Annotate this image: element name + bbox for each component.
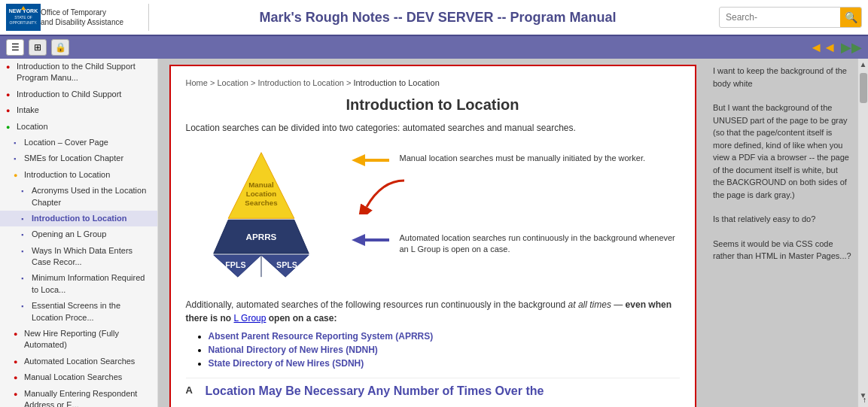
- list-view-button[interactable]: ☰: [6, 39, 24, 56]
- note-1: I want to keep the background of the bod…: [713, 65, 851, 90]
- site-title: Mark's Rough Notes -- DEV SERVER -- Prog…: [157, 10, 719, 26]
- lock-icon: 🔒: [55, 42, 66, 53]
- search-input[interactable]: [720, 12, 840, 23]
- sidebar-item[interactable]: ●Introduction to Location: [0, 167, 157, 183]
- breadcrumb-home[interactable]: Home: [186, 78, 208, 87]
- search-icon: 🔍: [845, 11, 857, 23]
- svg-text:STATE OF: STATE OF: [14, 15, 32, 20]
- sidebar-item[interactable]: ●Introduction to Child Support: [0, 87, 157, 102]
- sidebar-item[interactable]: ●Manually Entering Respondent Address or…: [0, 386, 157, 407]
- svg-text:Searches: Searches: [245, 199, 277, 207]
- right-scrollbar[interactable]: ▲ ▼ ↑: [857, 59, 868, 407]
- sidebar-item-label: Manual Location Searches: [24, 372, 122, 383]
- sidebar-item[interactable]: ▪Location – Cover Page: [0, 135, 157, 150]
- sidebar-item[interactable]: ▪Opening an L Group: [0, 226, 157, 242]
- red-arrow-svg: [352, 177, 412, 214]
- diagram-area: Manual Location Searches APRRS FPLS SPLS: [186, 145, 680, 283]
- sidebar-item[interactable]: ▪SMEs for Location Chapter: [0, 150, 157, 166]
- sidebar-item-icon: ●: [14, 390, 21, 399]
- sidebar-item-icon: ▪: [14, 138, 21, 148]
- additionally-text: Additionally, automated searches of the …: [186, 298, 680, 325]
- sidebar-item[interactable]: ●Location: [0, 119, 157, 135]
- sidebar-item-label: Opening an L Group: [32, 229, 106, 240]
- resource-item-sdnh: State Directory of New Hires (SDNH): [209, 358, 680, 369]
- sidebar-item-icon: ▪: [21, 302, 29, 311]
- sidebar-item[interactable]: ▪Introduction to Location: [0, 211, 157, 226]
- pyramid-diagram: Manual Location Searches APRRS FPLS SPLS: [186, 145, 337, 281]
- scroll-thumb[interactable]: [860, 73, 867, 103]
- nav-back-arrow[interactable]: ◄◄: [809, 40, 836, 56]
- svg-marker-18: [352, 234, 389, 246]
- breadcrumb-location[interactable]: Location: [217, 78, 248, 87]
- sidebar-item-icon: ▪: [21, 187, 29, 196]
- sidebar-item-icon: ●: [6, 123, 14, 132]
- logo-line1: Office of Temporary: [41, 8, 123, 17]
- sidebar-item-icon: ●: [14, 171, 21, 181]
- sidebar-item[interactable]: ▪Minimum Information Required to Loca...: [0, 270, 157, 298]
- search-button[interactable]: 🔍: [840, 7, 861, 28]
- sidebar-item-label: Minimum Information Required to Loca...: [32, 272, 153, 296]
- sidebar-item[interactable]: ▪Essential Screens in the Location Proce…: [0, 298, 157, 326]
- resource-link-aprrs[interactable]: Absent Parent Resource Reporting System …: [209, 331, 434, 342]
- sidebar-item-label: Location: [17, 121, 48, 132]
- svg-text:Location: Location: [245, 190, 276, 198]
- sidebar-item-icon: ●: [14, 357, 21, 367]
- resource-link-sdnh[interactable]: State Directory of New Hires (SDNH): [209, 358, 364, 369]
- additionally-italic: at all times: [568, 299, 611, 310]
- logo-text: Office of Temporary and Disability Assis…: [41, 8, 123, 27]
- sidebar-item-label: SMEs for Location Chapter: [24, 153, 123, 164]
- main-layout: ●Introduction to the Child Support Progr…: [0, 59, 868, 407]
- additionally-end: open on a case:: [266, 313, 337, 323]
- svg-text:SPLS: SPLS: [276, 260, 297, 269]
- sidebar-item-label: Manually Entering Respondent Address or …: [24, 388, 153, 407]
- grid-view-button[interactable]: ⊞: [29, 39, 47, 56]
- section-a-letter: A: [186, 384, 198, 396]
- breadcrumb-intro-location[interactable]: Introduction to Location: [258, 78, 344, 87]
- sidebar-item-label: Introduction to Location: [24, 169, 110, 181]
- sidebar-item-label: Introduction to Child Support: [17, 89, 121, 100]
- scroll-to-bottom[interactable]: ↑: [863, 396, 866, 404]
- content-wrapper: Home > Location > Introduction to Locati…: [158, 59, 868, 407]
- sidebar-item[interactable]: ▪Ways In Which Data Enters Case Recor...: [0, 243, 157, 271]
- sidebar-item-label: Ways In Which Data Enters Case Recor...: [32, 245, 153, 269]
- page-content: Home > Location > Introduction to Locati…: [169, 65, 696, 407]
- automated-label-item: Automated location searches run continuo…: [352, 232, 680, 256]
- toolbar: ☰ ⊞ 🔒 ◄◄ ▶▶: [0, 36, 868, 59]
- nav-fwd-arrow[interactable]: ▶▶: [841, 39, 862, 56]
- l-group-link[interactable]: L Group: [234, 313, 266, 323]
- sidebar-item-icon: ▪: [21, 214, 29, 224]
- diagram-labels: Manual location searches must be manuall…: [352, 145, 680, 256]
- grid-icon: ⊞: [34, 42, 41, 53]
- sidebar-item-icon: ▪: [21, 230, 29, 240]
- sidebar-item-icon: ●: [14, 330, 21, 339]
- lock-button[interactable]: 🔒: [51, 39, 69, 56]
- sidebar-item[interactable]: ●Automated Location Searches: [0, 354, 157, 369]
- blue-arrow: [352, 232, 389, 248]
- svg-marker-16: [352, 154, 389, 166]
- header: NEW YORK STATE OF OPPORTUNITY. Office of…: [0, 0, 868, 36]
- additionally-main: Additionally, automated searches of the …: [186, 299, 568, 310]
- sidebar-item-label: Automated Location Searches: [24, 356, 135, 367]
- content-main: Home > Location > Introduction to Locati…: [158, 59, 707, 407]
- sidebar: ●Introduction to the Child Support Progr…: [0, 59, 158, 407]
- search-area: 🔍: [719, 7, 862, 28]
- resource-list: Absent Parent Resource Reporting System …: [186, 331, 680, 369]
- sidebar-item-label: Location – Cover Page: [24, 137, 108, 148]
- sidebar-item[interactable]: ●Introduction to the Child Support Progr…: [0, 59, 157, 87]
- scroll-up-arrow[interactable]: ▲: [858, 59, 868, 70]
- sidebar-item-icon: ▪: [21, 274, 29, 284]
- sidebar-item-icon: ●: [6, 90, 14, 100]
- page-title: Introduction to Location: [186, 96, 680, 114]
- breadcrumb-current: Introduction to Location: [353, 78, 439, 87]
- sidebar-item[interactable]: ●New Hire Reporting (Fully Automated): [0, 326, 157, 354]
- pyramid-container: Manual Location Searches APRRS FPLS SPLS: [186, 145, 337, 283]
- sidebar-item[interactable]: ▪Acronyms Used in the Location Chapter: [0, 183, 157, 211]
- intro-text: Location searches can be divided into tw…: [186, 123, 680, 133]
- right-notes-panel: I want to keep the background of the bod…: [707, 59, 857, 407]
- sidebar-item-icon: ●: [6, 62, 14, 72]
- sidebar-item[interactable]: ●Manual Location Searches: [0, 369, 157, 385]
- resource-link-ndnh[interactable]: National Directory of New Hires (NDNH): [209, 345, 378, 355]
- sidebar-items-container: ●Introduction to the Child Support Progr…: [0, 59, 157, 407]
- svg-text:Manual: Manual: [248, 181, 274, 189]
- sidebar-item[interactable]: ●Intake: [0, 102, 157, 118]
